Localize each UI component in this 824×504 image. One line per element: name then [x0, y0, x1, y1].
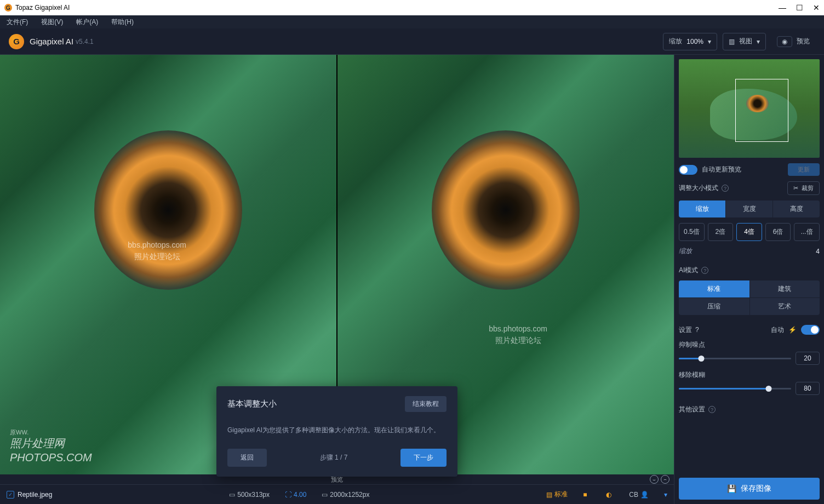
settings-label: 设置	[679, 325, 692, 335]
ai-mode-tabs: 标准 建筑 压缩 艺术	[679, 280, 820, 315]
menu-file[interactable]: 文件(F)	[7, 18, 28, 27]
zoom-label: 缩放	[669, 37, 682, 46]
lizard-eye	[432, 130, 580, 290]
sad-face-icon[interactable]: ⌢	[661, 475, 670, 484]
scale-label: 缩放	[679, 247, 692, 256]
blur-slider-block: 移除模糊 80	[679, 370, 820, 395]
contrast-icon: ◐	[606, 491, 614, 499]
chevron-down-icon: ▾	[757, 38, 760, 45]
crop-button[interactable]: ✂ 裁剪	[787, 181, 820, 195]
preview-label: 预览	[797, 37, 810, 46]
thumbnail-navigator[interactable]	[679, 59, 820, 158]
preview-control[interactable]: ◉ 预览	[771, 33, 815, 50]
ai-tab-standard[interactable]: 标准	[679, 280, 749, 297]
maximize-icon[interactable]: ☐	[796, 3, 803, 12]
bolt-icon: ⚡	[788, 326, 797, 334]
auto-update-label: 自动更新预览	[702, 165, 783, 174]
resize-mode-label: 调整大小模式	[679, 184, 718, 193]
tab-height[interactable]: 高度	[772, 201, 820, 217]
square-icon: ■	[583, 491, 591, 499]
image-icon: ▤	[546, 491, 552, 499]
scale-factor: ⛶ 4.00	[285, 491, 306, 499]
noise-value[interactable]: 20	[796, 352, 820, 365]
sidebar: 自动更新预览 更新 调整大小模式 ? ✂ 裁剪 缩放 宽度 高度 0.5倍 2倍…	[674, 55, 824, 504]
happy-face-icon[interactable]: ⌣	[650, 475, 659, 484]
ai-tab-art[interactable]: 艺术	[749, 297, 820, 315]
menu-view[interactable]: 视图(V)	[41, 18, 63, 27]
end-tutorial-button[interactable]: 结束教程	[405, 396, 447, 412]
minimize-icon[interactable]: —	[779, 3, 786, 12]
main-area: bbs.photops.com 照片处理论坛 bbs.photops.com 照…	[0, 55, 674, 504]
auto-update-toggle[interactable]	[679, 165, 697, 175]
app-version: v5.4.1	[76, 38, 94, 45]
window-title: Topaz Gigapixel AI	[15, 4, 779, 12]
menu-account[interactable]: 帐户(A)	[76, 18, 98, 27]
menubar: 文件(F) 视图(V) 帐户(A) 帮助(H)	[0, 15, 824, 28]
tutorial-next-button[interactable]: 下一步	[400, 449, 447, 467]
close-icon[interactable]: ✕	[813, 3, 820, 12]
status-bar: ✓ Reptile.jpeg ▭ 500x313px ⛶ 4.00 ▭ 2000…	[0, 484, 674, 504]
tutorial-title: 基本调整大小	[227, 399, 277, 409]
output-dimensions: ▭ 2000x1252px	[322, 491, 369, 499]
watermark: bbs.photops.com 照片处理论坛	[128, 239, 186, 262]
help-icon[interactable]: ?	[701, 267, 708, 274]
refresh-button[interactable]: 更新	[788, 163, 820, 176]
dimensions-icon: ▭	[322, 491, 328, 499]
help-icon[interactable]: ?	[708, 406, 716, 413]
help-icon[interactable]: ?	[695, 326, 699, 334]
ai-mode-label: AI模式	[679, 266, 698, 275]
app-logo-small: G	[4, 4, 12, 12]
chevron-down-icon: ▾	[708, 38, 711, 45]
dimensions-icon: ▭	[229, 491, 235, 499]
ai-tab-compress[interactable]: 压缩	[679, 297, 749, 315]
app-name: Gigapixel AI	[30, 37, 73, 46]
original-dimensions: ▭ 500x313px	[229, 491, 270, 499]
noise-slider[interactable]	[679, 358, 791, 359]
mode-indicator: ▤ 标准	[546, 490, 568, 499]
view-control[interactable]: ▥ 视图 ▾	[723, 33, 766, 50]
menu-help[interactable]: 帮助(H)	[111, 18, 134, 27]
filename: Reptile.jpeg	[18, 491, 52, 499]
view-label: 视图	[739, 37, 752, 46]
scale-custom[interactable]: ...倍	[794, 223, 820, 241]
eye-icon: ◉	[777, 36, 792, 47]
compare-icon: ▥	[729, 38, 735, 45]
noise-label: 抑制噪点	[679, 340, 705, 350]
corner-watermark: 原WW. 照片处理网 PHOTOPS.COM	[10, 428, 92, 465]
tutorial-description: Gigapixel AI为您提供了多种调整图像大小的方法。现在让我们来看几个。	[227, 425, 447, 436]
blur-slider[interactable]	[679, 388, 791, 390]
scale-05x[interactable]: 0.5倍	[679, 223, 705, 241]
tutorial-popup: 基本调整大小 结束教程 Gigapixel AI为您提供了多种调整图像大小的方法…	[216, 386, 457, 477]
watermark: bbs.photops.com 照片处理论坛	[489, 323, 547, 346]
app-logo: G	[9, 34, 24, 49]
lizard-eye	[94, 130, 242, 290]
crop-icon: ✂	[793, 185, 798, 192]
scale-6x[interactable]: 6倍	[765, 223, 791, 241]
save-icon: 💾	[727, 484, 736, 493]
scale-2x[interactable]: 2倍	[708, 223, 734, 241]
tab-width[interactable]: 宽度	[725, 201, 772, 217]
blur-label: 移除模糊	[679, 370, 705, 380]
auto-label: 自动	[771, 325, 784, 335]
ai-tab-architecture[interactable]: 建筑	[749, 280, 820, 297]
scale-options: 0.5倍 2倍 4倍 6倍 ...倍	[679, 223, 820, 241]
tutorial-step: 步骤 1 / 7	[267, 453, 400, 462]
blur-value[interactable]: 80	[796, 382, 820, 395]
crop-region[interactable]	[735, 79, 789, 142]
person-icon: 👤	[640, 491, 649, 499]
scale-value: 4	[816, 248, 820, 255]
window-titlebar: G Topaz Gigapixel AI — ☐ ✕	[0, 0, 824, 15]
zoom-value: 100%	[686, 38, 703, 45]
scale-4x[interactable]: 4倍	[736, 223, 762, 241]
save-image-button[interactable]: 💾 保存图像	[679, 478, 820, 500]
file-checkbox[interactable]: ✓	[7, 491, 14, 499]
tab-scale[interactable]: 缩放	[679, 201, 725, 217]
help-icon[interactable]: ?	[722, 185, 729, 192]
tutorial-back-button[interactable]: 返回	[227, 449, 267, 467]
auto-settings-toggle[interactable]	[801, 325, 820, 335]
zoom-control[interactable]: 缩放 100% ▾	[663, 33, 717, 50]
chevron-down-icon[interactable]: ▾	[664, 491, 667, 499]
cb-indicator: CB 👤	[629, 491, 649, 499]
toolbar: G Gigapixel AI v5.4.1 缩放 100% ▾ ▥ 视图 ▾ ◉…	[0, 28, 824, 55]
expand-icon: ⛶	[285, 491, 291, 499]
